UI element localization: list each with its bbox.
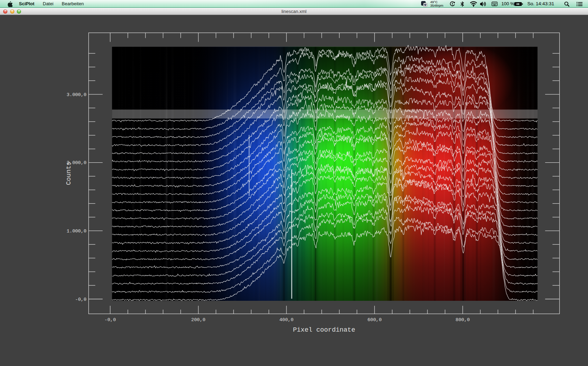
menu-datei[interactable]: Datei [43,0,53,8]
x-tick-label: 200,0 [191,317,205,323]
menu-bar: SciPlot Datei Bearbeiten 49°C 3548rpm [0,0,588,8]
battery-percent-label: 100 % [501,0,514,8]
time-machine-icon[interactable] [449,0,455,8]
fan-control-icon[interactable] [421,0,428,8]
menu-bearbeiten[interactable]: Bearbeiten [62,0,84,8]
keyboard-viewer-icon[interactable] [492,0,498,8]
x-tick-label: 800,0 [455,317,470,323]
menu-app-name[interactable]: SciPlot [19,0,34,8]
scan-row-highlight-band [112,110,538,119]
spotlight-icon[interactable] [564,0,569,8]
apple-menu[interactable] [8,0,13,8]
fan-status-text[interactable]: 49°C 3548rpm [430,0,444,7]
fan-rpm-label: 3548rpm [430,4,444,7]
sciplot-chart[interactable]: -0,0200,0400,0600,0800,0-0,01.000,02.000… [0,15,588,366]
screen: SciPlot Datei Bearbeiten 49°C 3548rpm [0,0,588,366]
menubar-tint [0,0,588,7]
x-tick-label: 400,0 [279,317,294,323]
y-axis-title: Counts [65,162,73,185]
menubar-clock[interactable]: So. 14:43:31 [527,0,554,8]
battery-icon[interactable] [514,0,523,8]
x-tick-label: 600,0 [367,317,382,323]
window-title-bar: linescan.xml [0,8,588,15]
y-tick-label: -0,0 [75,297,86,302]
notification-center-icon[interactable] [576,0,583,8]
y-tick-label: 1.000,0 [67,229,87,234]
y-tick-label: 3.000,0 [67,92,87,97]
wifi-icon[interactable] [470,0,477,8]
volume-icon[interactable] [480,0,486,8]
x-axis-title: Pixel coordinate [293,326,355,334]
window-content: -0,0200,0400,0600,0800,0-0,01.000,02.000… [0,15,588,366]
bluetooth-icon[interactable] [460,0,464,8]
x-tick-label: -0,0 [104,317,116,323]
window-title: linescan.xml [0,8,588,15]
apple-icon [8,1,13,7]
